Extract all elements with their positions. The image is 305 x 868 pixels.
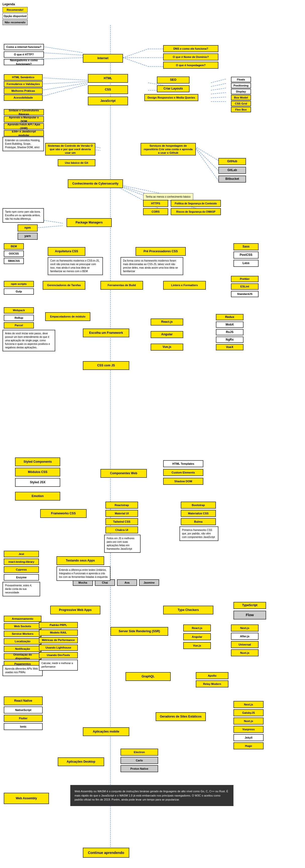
- node-websockets[interactable]: Web Sockets: [4, 623, 41, 629]
- node-react-ssr[interactable]: React.js: [183, 624, 211, 631]
- node-jekyll[interactable]: Jekyll: [233, 734, 264, 741]
- node-sass[interactable]: Sass: [233, 243, 258, 250]
- node-vuejs[interactable]: Vue.js: [150, 344, 183, 351]
- node-ngrx[interactable]: NgRx: [216, 337, 244, 343]
- node-internet[interactable]: Internet: [83, 54, 123, 63]
- node-domain[interactable]: O que é Nome de Domínio?: [163, 54, 218, 60]
- node-lighthouse[interactable]: Usando Lighthouse: [39, 645, 78, 651]
- node-bootstrap[interactable]: Bootstrap: [181, 502, 216, 508]
- node-browsers[interactable]: Navegadores e como funcionam?: [4, 59, 44, 65]
- node-enzyme[interactable]: Enzyme: [4, 574, 39, 581]
- node-css-grid[interactable]: CSS Grid: [231, 101, 251, 106]
- node-github[interactable]: GitHub: [218, 158, 246, 165]
- node-gatsbyjs[interactable]: GatsbyJS: [233, 709, 264, 716]
- node-rxjs[interactable]: RxJS: [216, 329, 244, 335]
- node-continue[interactable]: Continue aprendendo: [83, 848, 129, 858]
- node-jasmine[interactable]: Jasmine: [139, 579, 159, 586]
- node-apollo[interactable]: Apollo: [196, 672, 228, 679]
- node-localization[interactable]: Localização: [4, 638, 41, 645]
- node-seo[interactable]: SEO: [157, 76, 190, 84]
- node-cypress[interactable]: Cypress: [4, 566, 39, 573]
- node-dom[interactable]: Aprendo a Manipular o DOM: [4, 116, 44, 122]
- node-module-bundlers[interactable]: Empacotadores de módulo: [45, 312, 90, 321]
- node-https[interactable]: HTTPS: [143, 200, 168, 207]
- node-electron[interactable]: Electron: [120, 749, 158, 756]
- node-bitbucket[interactable]: Bitbucket: [218, 176, 246, 183]
- node-reactjs[interactable]: React.js: [150, 318, 183, 326]
- node-testing[interactable]: Testando seus Apps: [56, 556, 104, 565]
- node-mobx[interactable]: MobX: [216, 321, 244, 328]
- node-css[interactable]: CSS: [88, 85, 128, 94]
- node-oocss[interactable]: OOCSS: [4, 251, 24, 257]
- node-storage[interactable]: Armazenamento: [4, 616, 41, 622]
- node-less[interactable]: Less: [233, 260, 258, 267]
- node-forms[interactable]: Formulários e Validações: [4, 81, 43, 87]
- node-html-templates[interactable]: HTML Templates: [163, 460, 203, 467]
- node-npm-scripts[interactable]: npm scripts: [4, 281, 34, 287]
- node-typescript[interactable]: TypeScript: [233, 602, 266, 609]
- node-css-frameworks[interactable]: Frameworks CSS: [40, 509, 87, 518]
- node-floats[interactable]: Floats: [231, 77, 251, 82]
- node-relay-modern[interactable]: Relay Modern: [196, 680, 228, 687]
- node-web-assembly[interactable]: Web Assembly: [4, 793, 49, 804]
- node-eslint[interactable]: ESLint: [231, 283, 258, 290]
- node-npm[interactable]: npm: [18, 224, 38, 231]
- node-owasp[interactable]: Riscos de Segurança do OWASP: [171, 208, 221, 215]
- node-gulp[interactable]: Gulp: [4, 288, 34, 295]
- node-linters[interactable]: Linters e Formatters: [163, 281, 206, 290]
- node-flex-box[interactable]: Flex Box: [231, 107, 251, 112]
- node-flow[interactable]: Flow: [233, 611, 266, 619]
- node-device-orientation[interactable]: Orientação do dispositivo: [4, 653, 41, 659]
- node-static-sites[interactable]: Geradores de Sites Estáticos: [156, 712, 206, 721]
- node-prpl[interactable]: Padrão PRPL: [39, 622, 78, 628]
- node-rail[interactable]: Modelo RAIL: [39, 629, 78, 636]
- node-task-managers[interactable]: Gerenciadores de Tarefas: [43, 281, 85, 290]
- node-emotion[interactable]: Emotion: [15, 492, 60, 501]
- node-version-control[interactable]: Sistemas de Controle de Versão O que são…: [45, 143, 95, 155]
- node-pwa[interactable]: Progressive Web Apps: [50, 606, 101, 615]
- node-javascript[interactable]: JavaScript: [88, 97, 128, 105]
- node-smacss[interactable]: SMACSS: [4, 258, 24, 264]
- node-postcss[interactable]: PostCSS: [233, 252, 258, 258]
- node-custom-elements[interactable]: Custom Elements: [163, 469, 203, 476]
- node-html[interactable]: HTML: [88, 74, 128, 83]
- node-dns[interactable]: DNS e como ele funciona?: [163, 45, 218, 52]
- node-afterjs[interactable]: After.js: [231, 633, 258, 640]
- node-package-managers[interactable]: Package Managers: [66, 218, 112, 227]
- node-devtools[interactable]: Usando DevTools: [39, 652, 78, 658]
- node-nuxtjs[interactable]: Nuxt.js: [231, 649, 258, 656]
- node-choose-framework[interactable]: Escolha um Framework: [83, 329, 129, 337]
- node-parcel[interactable]: Parcel: [4, 322, 34, 329]
- node-bem[interactable]: BEM: [4, 243, 24, 250]
- node-ssr[interactable]: Server Side Rendering (SSR): [110, 627, 168, 636]
- node-tailwind[interactable]: Tailwind CSS: [105, 518, 138, 525]
- node-angular[interactable]: Angular: [150, 331, 183, 338]
- node-mobile-apps[interactable]: Aplicações mobile: [83, 727, 129, 736]
- node-css-modules[interactable]: Módulos CSS: [15, 468, 60, 476]
- node-vue-ssr[interactable]: Vue.js: [183, 642, 211, 649]
- node-carlo[interactable]: Carlo: [120, 757, 158, 764]
- node-shadow-dom[interactable]: Shadow DOM: [163, 478, 203, 485]
- node-ionic[interactable]: Ionic: [4, 723, 43, 730]
- node-flutter[interactable]: Flutter: [4, 715, 43, 722]
- node-create-layouts[interactable]: Criar Layouts: [157, 85, 190, 92]
- node-display[interactable]: Display: [231, 89, 251, 94]
- node-nativescript[interactable]: NativeScript: [4, 707, 43, 714]
- node-notifications[interactable]: Notificação: [4, 646, 41, 652]
- node-box-model[interactable]: Box Model: [231, 95, 251, 100]
- node-html-semantic[interactable]: HTML Semântico: [4, 74, 43, 81]
- node-cybersecurity[interactable]: Conhecimento de Cybersecurity: [68, 179, 123, 188]
- node-content-security[interactable]: Política de Segurança de Conteúdo: [171, 200, 221, 207]
- node-prettier[interactable]: Prettier: [231, 276, 258, 282]
- node-nextjs[interactable]: Next.js: [231, 624, 258, 631]
- node-best-practices[interactable]: Melhores Práticas: [4, 88, 43, 94]
- node-css-arch[interactable]: Arquitetura CSS: [48, 247, 85, 256]
- node-hugo[interactable]: Hugo: [233, 742, 264, 749]
- node-yarn[interactable]: yarn: [18, 233, 38, 240]
- node-bulma[interactable]: Bulma: [181, 518, 216, 525]
- node-accessibility[interactable]: Acessibilidade: [4, 95, 43, 101]
- node-desktop-apps[interactable]: Aplicações Desktop: [58, 757, 104, 766]
- node-service-workers[interactable]: Service Workers: [4, 631, 41, 637]
- node-responsive[interactable]: Design Responsivo e Media Queries: [144, 94, 198, 101]
- node-build-tools[interactable]: Ferramentas de Build: [101, 281, 143, 290]
